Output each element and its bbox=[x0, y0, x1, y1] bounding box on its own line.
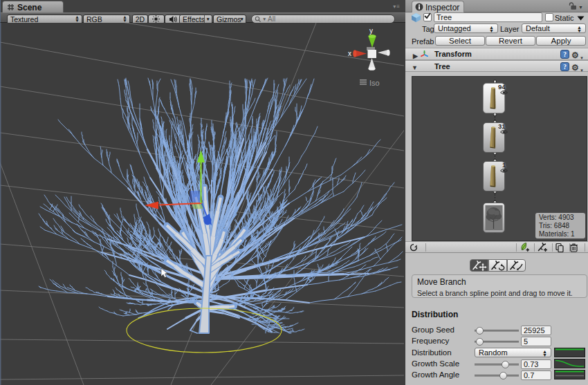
svg-text:x: x bbox=[348, 50, 351, 57]
svg-text:Iso: Iso bbox=[369, 79, 380, 87]
svg-text:y: y bbox=[369, 27, 373, 35]
svg-text:?: ? bbox=[563, 64, 567, 71]
svg-text:?: ? bbox=[563, 51, 567, 58]
